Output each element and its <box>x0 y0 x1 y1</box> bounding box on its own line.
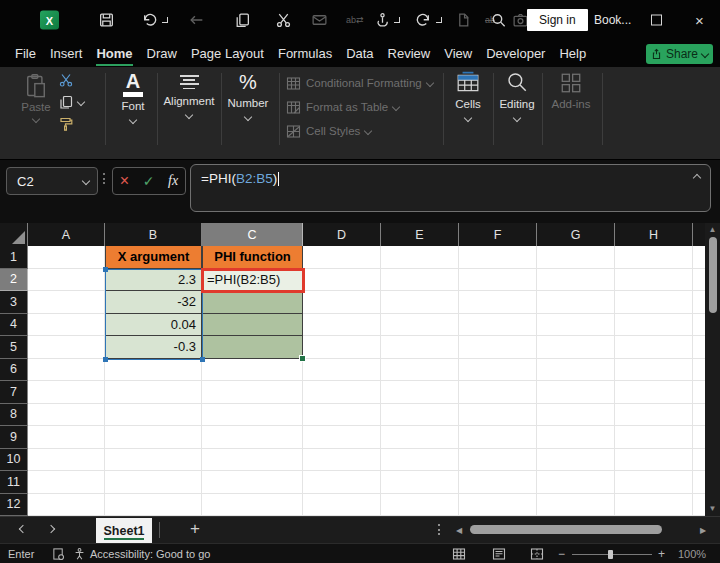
cut-icon[interactable] <box>275 12 292 29</box>
cell[interactable] <box>381 471 459 494</box>
cell[interactable] <box>381 381 459 404</box>
cell[interactable] <box>459 269 537 292</box>
add-ins-button[interactable]: Add-ins <box>543 71 599 110</box>
row-header-8[interactable]: 8 <box>0 404 28 427</box>
format-painter-icon[interactable] <box>58 116 74 132</box>
cell[interactable] <box>459 336 537 359</box>
cell[interactable] <box>303 269 381 292</box>
column-header-C[interactable]: C <box>202 223 303 246</box>
undo-icon[interactable] <box>141 12 158 29</box>
select-all-corner[interactable] <box>0 223 28 246</box>
cell[interactable] <box>303 314 381 337</box>
cell[interactable] <box>28 494 105 517</box>
cell[interactable] <box>459 291 537 314</box>
zoom-in-button[interactable]: + <box>658 547 665 561</box>
cell[interactable] <box>202 494 303 517</box>
cell[interactable] <box>537 291 615 314</box>
scroll-down-arrow-icon[interactable]: ▼ <box>705 504 720 514</box>
cell[interactable] <box>459 404 537 427</box>
column-header-G[interactable]: G <box>537 223 615 246</box>
tab-page-layout[interactable]: Page Layout <box>184 40 271 67</box>
column-header-E[interactable]: E <box>381 223 459 246</box>
cell-C4[interactable] <box>202 314 303 337</box>
cell[interactable] <box>381 246 459 269</box>
cell[interactable] <box>105 426 202 449</box>
touch-mode-icon[interactable] <box>374 12 391 29</box>
cell[interactable] <box>303 381 381 404</box>
redo-dropdown-chevron[interactable] <box>436 17 442 23</box>
tab-developer[interactable]: Developer <box>479 40 552 67</box>
cell[interactable] <box>202 359 303 382</box>
maximize-button[interactable] <box>651 15 662 26</box>
cell[interactable] <box>459 449 537 472</box>
cells-button[interactable]: Cells <box>440 71 496 121</box>
redo-icon[interactable] <box>415 12 432 29</box>
tab-insert[interactable]: Insert <box>43 40 90 67</box>
cut-icon[interactable] <box>58 72 74 88</box>
cell[interactable] <box>537 381 615 404</box>
format-as-table-button[interactable]: Format as Table <box>286 99 433 115</box>
row-header-11[interactable]: 11 <box>0 471 28 494</box>
collapse-formula-bar-chevron[interactable] <box>693 174 701 182</box>
touch-mode-chevron[interactable] <box>394 17 400 23</box>
name-box[interactable]: C2 <box>6 167 98 195</box>
cell[interactable] <box>459 381 537 404</box>
column-header-D[interactable]: D <box>303 223 381 246</box>
tab-help[interactable]: Help <box>552 40 593 67</box>
tab-formulas[interactable]: Formulas <box>271 40 339 67</box>
cell[interactable] <box>303 471 381 494</box>
cell[interactable] <box>28 336 105 359</box>
cell[interactable] <box>537 471 615 494</box>
cell[interactable] <box>615 246 693 269</box>
cell[interactable] <box>615 291 693 314</box>
cell[interactable] <box>303 494 381 517</box>
cell[interactable] <box>381 314 459 337</box>
cell[interactable] <box>303 359 381 382</box>
cell[interactable] <box>537 246 615 269</box>
cell[interactable] <box>202 449 303 472</box>
cell-B1[interactable]: X argument <box>105 246 202 269</box>
cell[interactable] <box>615 359 693 382</box>
cell[interactable] <box>28 291 105 314</box>
row-header-10[interactable]: 10 <box>0 449 28 472</box>
cell[interactable] <box>615 471 693 494</box>
add-sheet-button[interactable]: + <box>190 519 200 539</box>
cell[interactable] <box>303 449 381 472</box>
page-layout-view-icon[interactable] <box>492 547 506 561</box>
cell[interactable] <box>537 426 615 449</box>
vertical-scrollbar[interactable]: ▲ ▼ <box>705 223 720 516</box>
row-header-3[interactable]: 3 <box>0 291 28 314</box>
row-header-9[interactable]: 9 <box>0 426 28 449</box>
formula-input[interactable]: =PHI(B2:B5) <box>190 164 711 212</box>
scroll-left-arrow-icon[interactable]: ◀ <box>456 526 462 535</box>
undo-dropdown-chevron[interactable] <box>162 17 168 23</box>
zoom-level[interactable]: 100% <box>678 548 706 560</box>
cell[interactable] <box>615 404 693 427</box>
name-box-chevron[interactable] <box>82 177 90 185</box>
search-icon[interactable] <box>490 12 507 29</box>
cell[interactable] <box>537 494 615 517</box>
zoom-slider-thumb[interactable] <box>608 550 613 559</box>
cell[interactable] <box>202 404 303 427</box>
cell[interactable] <box>615 449 693 472</box>
sheet-bar-options[interactable] <box>438 524 440 535</box>
copy-icon[interactable] <box>58 94 74 110</box>
paste-button[interactable]: Paste <box>14 73 58 122</box>
tab-home[interactable]: Home <box>89 40 139 67</box>
sign-in-button[interactable]: Sign in <box>527 9 588 31</box>
cell-C5[interactable] <box>202 336 303 359</box>
cell[interactable] <box>105 359 202 382</box>
tab-draw[interactable]: Draw <box>140 40 184 67</box>
copy-dropdown-chevron[interactable] <box>77 97 85 105</box>
tab-data[interactable]: Data <box>339 40 380 67</box>
cell[interactable] <box>105 471 202 494</box>
cell[interactable] <box>537 359 615 382</box>
row-header-7[interactable]: 7 <box>0 381 28 404</box>
cell[interactable] <box>202 381 303 404</box>
cell[interactable] <box>381 426 459 449</box>
tab-file[interactable]: File <box>8 40 43 67</box>
close-button[interactable]: × <box>695 12 704 29</box>
cell[interactable] <box>459 246 537 269</box>
cell[interactable] <box>381 404 459 427</box>
zoom-out-button[interactable]: − <box>558 547 565 561</box>
